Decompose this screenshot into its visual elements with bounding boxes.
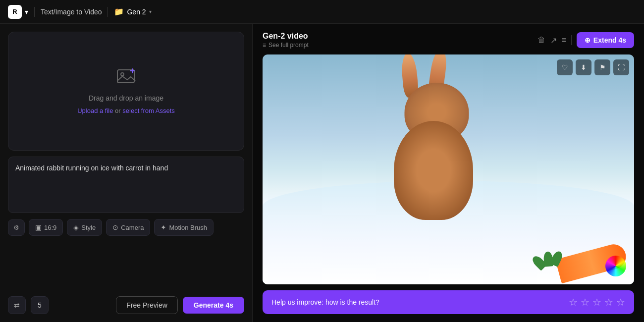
drag-drop-text: Drag and drop an image xyxy=(89,94,163,102)
star-2[interactable]: ☆ xyxy=(581,296,590,308)
svg-rect-0 xyxy=(117,70,134,83)
select-assets-link[interactable]: select from Assets xyxy=(122,107,174,114)
style-label: Style xyxy=(81,224,96,231)
folder-icon: 📁 xyxy=(114,7,124,16)
chevron-down-icon: ▾ xyxy=(25,8,28,16)
delete-icon[interactable]: 🗑 xyxy=(537,36,545,45)
camera-icon: ⊙ xyxy=(112,223,118,231)
star-5[interactable]: ☆ xyxy=(616,296,625,308)
vertical-divider xyxy=(571,35,572,45)
svg-point-1 xyxy=(121,73,124,76)
video-title-area: Gen-2 video ≡ See full prompt xyxy=(263,32,309,49)
toolbar: ⚙ ▣ 16:9 ◈ Style ⊙ Camera ✦ Motion Brush xyxy=(8,219,244,236)
favorite-button[interactable]: ♡ xyxy=(557,59,573,75)
star-4[interactable]: ☆ xyxy=(604,296,613,308)
gen2-label: Gen 2 xyxy=(127,8,146,16)
filter-button[interactable]: ⇄ xyxy=(8,296,26,314)
flag-button[interactable]: ⚑ xyxy=(594,59,610,75)
video-overlay-icons: ♡ ⬇ ⚑ ⛶ xyxy=(557,59,629,75)
see-prompt-label: See full prompt xyxy=(268,42,309,49)
prompt-input[interactable] xyxy=(15,164,237,204)
topnav: R ▾ Text/Image to Video 📁 Gen 2 ▾ xyxy=(0,0,644,24)
logo-icon: R xyxy=(8,5,22,19)
image-drop-area[interactable]: Drag and drop an image Upload a file or … xyxy=(8,32,244,151)
prompt-area xyxy=(8,157,244,213)
see-full-prompt-button[interactable]: ≡ See full prompt xyxy=(263,42,309,49)
settings-button[interactable]: ⚙ xyxy=(8,219,25,236)
star-rating[interactable]: ☆ ☆ ☆ ☆ ☆ xyxy=(569,296,625,308)
right-panel: Gen-2 video ≡ See full prompt 🗑 ↗ ≡ ⊕ Ex… xyxy=(253,24,644,322)
style-icon: ◈ xyxy=(73,223,79,231)
aspect-ratio-button[interactable]: ▣ 16:9 xyxy=(29,219,63,236)
style-button[interactable]: ◈ Style xyxy=(67,219,102,236)
camera-label: Camera xyxy=(121,224,144,231)
menu-icon[interactable]: ≡ xyxy=(562,36,566,45)
extend-label: Extend 4s xyxy=(593,36,626,44)
video-header: Gen-2 video ≡ See full prompt 🗑 ↗ ≡ ⊕ Ex… xyxy=(263,32,634,49)
feedback-bar: Help us improve: how is the result? ☆ ☆ … xyxy=(263,290,634,314)
gen2-selector[interactable]: 📁 Gen 2 ▾ xyxy=(114,7,151,16)
prompt-icon: ≡ xyxy=(263,42,266,49)
rabbit-figure xyxy=(356,71,512,220)
extend-icon: ⊕ xyxy=(585,36,590,44)
filter-icon: ⇄ xyxy=(14,301,20,309)
brush-icon: ✦ xyxy=(161,223,166,231)
aspect-ratio-label: 16:9 xyxy=(44,224,56,231)
count-badge: 5 xyxy=(31,296,49,314)
motion-brush-label: Motion Brush xyxy=(169,224,207,231)
nav-divider xyxy=(34,7,35,17)
motion-brush-button[interactable]: ✦ Motion Brush xyxy=(154,219,214,236)
camera-button[interactable]: ⊙ Camera xyxy=(106,219,150,236)
video-title: Gen-2 video xyxy=(263,32,309,41)
share-icon[interactable]: ↗ xyxy=(550,36,557,45)
image-upload-icon xyxy=(116,68,136,89)
free-preview-button[interactable]: Free Preview xyxy=(116,296,177,314)
upload-links: Upload a file or select from Assets xyxy=(77,107,175,114)
extend-button[interactable]: ⊕ Extend 4s xyxy=(577,32,634,48)
star-3[interactable]: ☆ xyxy=(592,296,601,308)
left-panel: Drag and drop an image Upload a file or … xyxy=(0,24,253,322)
logo-button[interactable]: R ▾ xyxy=(8,5,28,19)
star-1[interactable]: ☆ xyxy=(569,296,578,308)
sliders-icon: ⚙ xyxy=(13,224,19,231)
bottom-bar: ⇄ 5 Free Preview Generate 4s xyxy=(8,296,244,314)
color-wheel-icon xyxy=(605,256,626,276)
feedback-text: Help us improve: how is the result? xyxy=(271,298,379,306)
aspect-ratio-icon: ▣ xyxy=(35,223,42,231)
main-layout: Drag and drop an image Upload a file or … xyxy=(0,24,644,322)
video-scene xyxy=(263,54,634,284)
video-preview: ♡ ⬇ ⚑ ⛶ xyxy=(263,54,634,284)
download-button[interactable]: ⬇ xyxy=(576,59,591,75)
rabbit-body xyxy=(394,121,473,220)
page-title: Text/Image to Video xyxy=(41,8,102,16)
video-actions: 🗑 ↗ ≡ ⊕ Extend 4s xyxy=(537,32,634,48)
chevron-down-icon: ▾ xyxy=(149,9,152,14)
upload-file-link[interactable]: Upload a file xyxy=(77,107,113,114)
generate-button[interactable]: Generate 4s xyxy=(183,297,244,314)
fullscreen-button[interactable]: ⛶ xyxy=(613,59,629,75)
nav-divider2 xyxy=(107,7,108,17)
